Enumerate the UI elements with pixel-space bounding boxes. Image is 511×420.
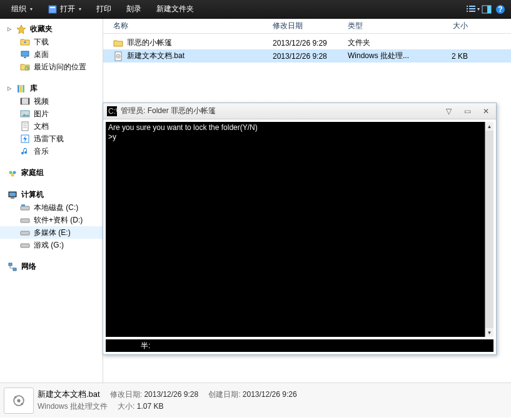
col-size[interactable]: 大小 [423, 21, 473, 31]
sidebar-item-downloads[interactable]: 下载 [0, 36, 103, 48]
toolbar-newfolder[interactable]: 新建文件夹 [149, 1, 201, 18]
svg-rect-2 [467, 6, 468, 7]
cmd-window[interactable]: C:\ 管理员: Folder 罪恶的小帐篷 ▽ ▭ ✕ Are you sur… [103, 102, 497, 355]
cmd-icon: C:\ [107, 106, 117, 116]
scroll-track[interactable] [485, 131, 493, 328]
svg-point-26 [9, 171, 13, 174]
open-app-icon [48, 4, 58, 14]
documents-icon [20, 121, 30, 131]
libraries-icon [16, 84, 26, 94]
toolbar-organize[interactable]: 组织 [4, 1, 40, 18]
sidebar-item-pictures[interactable]: 图片 [0, 108, 103, 120]
cmd-titlebar[interactable]: C:\ 管理员: Folder 罪恶的小帐篷 ▽ ▭ ✕ [103, 103, 496, 119]
collapse-icon: ▷ [8, 86, 11, 91]
details-mod-label: 修改日期: [110, 390, 142, 399]
svg-point-41 [118, 56, 119, 57]
details-mod-value: 2013/12/26 9:28 [144, 390, 198, 399]
col-date[interactable]: 修改日期 [273, 21, 348, 31]
file-row[interactable]: 罪恶的小帐篷 2013/12/26 9:29 文件夹 [103, 36, 511, 49]
svg-rect-38 [13, 268, 16, 271]
svg-rect-3 [467, 8, 468, 9]
file-name: 罪恶的小帐篷 [127, 38, 172, 48]
toolbar: 组织 打开 打印 刻录 新建文件夹 ? [0, 0, 511, 19]
preview-pane-icon[interactable] [480, 1, 493, 18]
svg-marker-12 [17, 25, 26, 34]
sidebar-network[interactable]: 网络 [0, 260, 103, 273]
svg-rect-35 [21, 231, 29, 235]
sidebar-item-thunder[interactable]: 迅雷下载 [0, 132, 103, 145]
toolbar-burn[interactable]: 刻录 [119, 1, 149, 18]
col-name[interactable]: 名称 [113, 21, 273, 31]
svg-rect-24 [22, 122, 28, 131]
cmd-ime-status: 半: [106, 339, 493, 352]
svg-rect-0 [49, 6, 56, 13]
col-type[interactable]: 类型 [348, 21, 423, 31]
sidebar-item-drive-d[interactable]: 软件+资料 (D:) [0, 214, 103, 226]
svg-point-44 [14, 396, 17, 399]
svg-rect-16 [18, 85, 19, 92]
file-date: 2013/12/26 9:28 [273, 52, 348, 61]
sidebar-item-documents[interactable]: 文档 [0, 120, 103, 132]
sidebar-item-drive-e[interactable]: 多媒体 (E:) [0, 226, 103, 239]
svg-rect-31 [11, 198, 14, 199]
view-mode-icon[interactable] [466, 1, 480, 18]
sidebar-homegroup[interactable]: 家庭组 [0, 166, 103, 179]
svg-rect-1 [50, 7, 55, 8]
cmd-body[interactable]: Are you sure you want to lock the folder… [106, 122, 493, 337]
svg-rect-34 [21, 219, 29, 222]
scroll-up-icon[interactable]: ▲ [485, 122, 493, 131]
details-size-value: 1.07 KB [137, 402, 164, 411]
desktop-icon [20, 49, 30, 59]
sidebar-computer[interactable]: 计算机 [0, 188, 103, 201]
sidebar-favorites[interactable]: ▷收藏夹 [0, 22, 103, 36]
toolbar-print[interactable]: 打印 [89, 1, 119, 18]
close-button[interactable]: ✕ [478, 106, 493, 117]
toolbar-open[interactable]: 打开 [40, 1, 89, 18]
details-pane: 新建文本文档.bat 修改日期: 2013/12/26 9:28 创建日期: 2… [0, 382, 511, 418]
bat-file-icon [113, 51, 123, 61]
star-icon [16, 24, 26, 34]
svg-rect-30 [9, 192, 16, 196]
folder-icon [20, 37, 30, 47]
network-icon [8, 262, 18, 272]
svg-point-45 [21, 402, 24, 405]
cmd-scrollbar[interactable]: ▲ ▼ [485, 122, 493, 337]
svg-rect-14 [24, 57, 26, 58]
svg-rect-19 [21, 98, 29, 104]
svg-rect-21 [28, 98, 29, 104]
recent-icon [20, 62, 30, 72]
homegroup-icon [8, 168, 18, 178]
scroll-down-icon[interactable]: ▼ [485, 328, 493, 337]
maximize-button[interactable]: ▭ [460, 106, 475, 117]
svg-rect-6 [469, 8, 475, 9]
sidebar-item-music[interactable]: 音乐 [0, 145, 103, 158]
file-row[interactable]: 新建文本文档.bat 2013/12/26 9:28 Windows 批处理..… [103, 49, 511, 62]
disk-icon [20, 228, 30, 238]
cmd-output: Are you sure you want to lock the folder… [108, 123, 485, 336]
help-icon[interactable]: ? [493, 1, 507, 18]
nav-sidebar: ▷收藏夹 下载 桌面 最近访问的位置 ▷库 视频 图片 文档 迅雷下载 音乐 家… [0, 19, 103, 382]
svg-rect-20 [21, 98, 22, 104]
sidebar-item-drive-c[interactable]: 本地磁盘 (C:) [0, 201, 103, 214]
minimize-button[interactable]: ▽ [441, 106, 456, 117]
file-name: 新建文本文档.bat [127, 51, 185, 61]
sidebar-item-videos[interactable]: 视频 [0, 95, 103, 108]
pictures-icon [20, 109, 30, 119]
svg-rect-7 [469, 11, 475, 12]
svg-rect-17 [20, 85, 22, 92]
sidebar-item-drive-g[interactable]: 游戏 (G:) [0, 239, 103, 251]
video-icon [20, 96, 30, 106]
sidebar-libraries[interactable]: ▷库 [0, 82, 103, 95]
file-date: 2013/12/26 9:29 [273, 39, 348, 48]
svg-rect-5 [469, 6, 475, 7]
svg-point-28 [11, 173, 14, 176]
computer-icon [8, 190, 18, 200]
sidebar-item-desktop[interactable]: 桌面 [0, 48, 103, 61]
svg-rect-18 [23, 85, 24, 92]
sidebar-item-recent[interactable]: 最近访问的位置 [0, 61, 103, 73]
svg-text:?: ? [498, 5, 502, 14]
svg-rect-9 [487, 6, 491, 13]
details-filetype: Windows 批处理文件 [38, 401, 108, 412]
disk-icon [20, 202, 30, 212]
music-icon [20, 146, 30, 156]
